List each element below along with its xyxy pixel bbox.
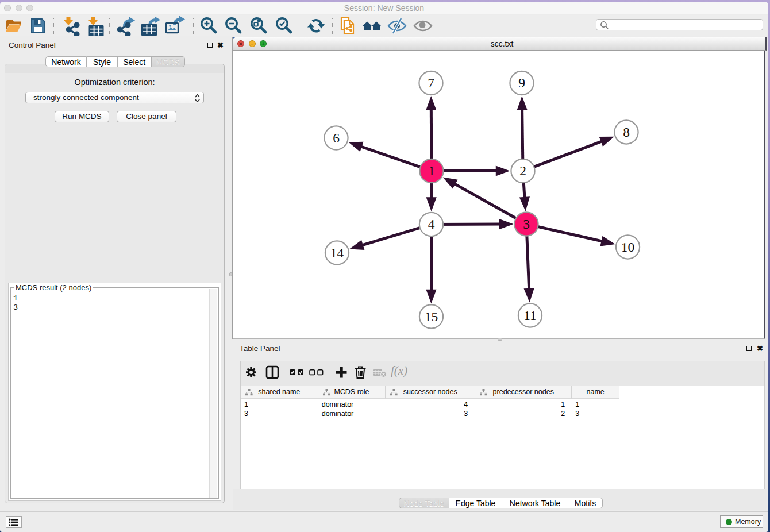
svg-text:1: 1 bbox=[428, 163, 435, 178]
svg-text:11: 11 bbox=[523, 308, 537, 323]
svg-text:8: 8 bbox=[623, 125, 630, 140]
svg-text:7: 7 bbox=[428, 75, 434, 90]
svg-text:6: 6 bbox=[333, 130, 340, 145]
svg-text:9: 9 bbox=[518, 75, 525, 90]
svg-text:10: 10 bbox=[621, 240, 635, 255]
svg-text:3: 3 bbox=[523, 217, 530, 232]
svg-text:2: 2 bbox=[519, 163, 526, 178]
svg-text:14: 14 bbox=[330, 245, 344, 260]
svg-text:15: 15 bbox=[425, 309, 438, 324]
svg-text:4: 4 bbox=[428, 217, 435, 232]
